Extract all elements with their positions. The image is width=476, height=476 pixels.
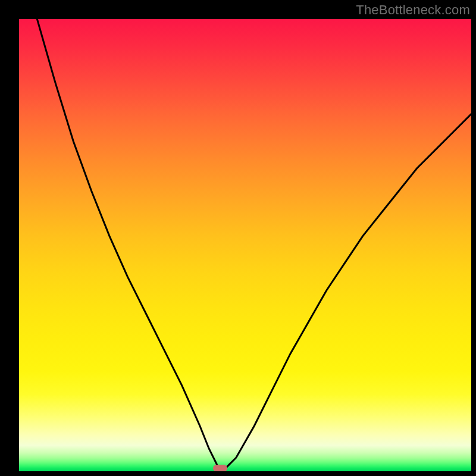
bottleneck-curve xyxy=(19,19,471,466)
attribution-watermark: TheBottleneck.com xyxy=(356,2,470,18)
plot-area xyxy=(19,19,471,471)
curve-svg xyxy=(19,19,471,471)
minimum-marker xyxy=(213,465,227,471)
chart-frame: TheBottleneck.com xyxy=(0,0,476,476)
